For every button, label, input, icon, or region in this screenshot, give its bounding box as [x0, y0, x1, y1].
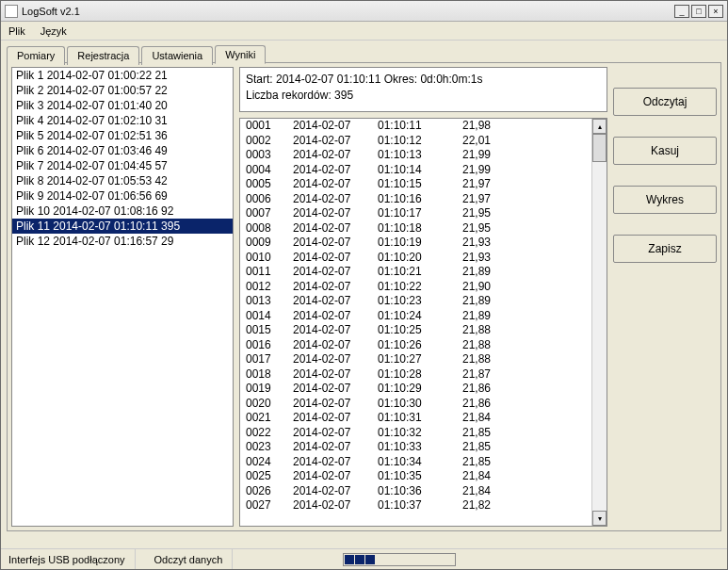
data-body[interactable]: 00012014-02-0701:10:1121,9800022014-02-0…: [240, 119, 591, 526]
tab-pomiary[interactable]: Pomiary: [7, 46, 65, 65]
file-list-item[interactable]: Plik 3 2014-02-07 01:01:40 20: [12, 98, 233, 113]
data-row[interactable]: 00172014-02-0701:10:2721,88: [240, 352, 591, 367]
data-row[interactable]: 00112014-02-0701:10:2121,89: [240, 265, 591, 280]
save-button[interactable]: Zapisz: [613, 235, 717, 263]
chart-button[interactable]: Wykres: [613, 186, 717, 214]
tab-ustawienia[interactable]: Ustawienia: [141, 46, 213, 65]
menu-jezyk[interactable]: Język: [40, 25, 67, 37]
window-title: LogSoft v2.1: [22, 6, 674, 17]
file-list-item[interactable]: Plik 1 2014-02-07 01:00:22 21: [12, 68, 233, 83]
file-list-item[interactable]: Plik 6 2014-02-07 01:03:46 49: [12, 143, 233, 158]
data-row[interactable]: 00142014-02-0701:10:2421,89: [240, 309, 591, 324]
status-usb: Interfejs USB podłączony: [8, 549, 136, 569]
file-list-item[interactable]: Plik 12 2014-02-07 01:16:57 29: [12, 234, 233, 249]
window-controls: _ □ ×: [674, 5, 723, 18]
file-list-item[interactable]: Plik 5 2014-02-07 01:02:51 36: [12, 128, 233, 143]
data-table: 00012014-02-0701:10:1121,9800022014-02-0…: [239, 118, 607, 527]
file-list-item[interactable]: Plik 2 2014-02-07 01:00:57 22: [12, 83, 233, 98]
file-list-item[interactable]: Plik 7 2014-02-07 01:04:45 57: [12, 158, 233, 173]
data-row[interactable]: 00272014-02-0701:10:3721,82: [240, 498, 591, 513]
summary-line-2: Liczba rekordów: 395: [246, 88, 601, 104]
data-row[interactable]: 00082014-02-0701:10:1821,95: [240, 221, 591, 236]
data-row[interactable]: 00182014-02-0701:10:2821,87: [240, 367, 591, 383]
data-row[interactable]: 00102014-02-0701:10:2021,93: [240, 251, 591, 266]
minimize-button[interactable]: _: [674, 5, 689, 18]
data-row[interactable]: 00202014-02-0701:10:3021,86: [240, 397, 591, 412]
file-list-item[interactable]: Plik 10 2014-02-07 01:08:16 92: [12, 204, 233, 219]
data-row[interactable]: 00242014-02-0701:10:3421,85: [240, 455, 591, 470]
data-row[interactable]: 00152014-02-0701:10:2521,88: [240, 323, 591, 338]
data-row[interactable]: 00072014-02-0701:10:1721,95: [240, 206, 591, 221]
button-column: Odczytaj Kasuj Wykres Zapisz: [613, 67, 717, 527]
data-row[interactable]: 00122014-02-0701:10:2221,90: [240, 280, 591, 295]
close-button[interactable]: ×: [708, 5, 723, 18]
file-list-item[interactable]: Plik 9 2014-02-07 01:06:56 69: [12, 188, 233, 204]
delete-button[interactable]: Kasuj: [613, 137, 717, 165]
data-row[interactable]: 00232014-02-0701:10:3321,85: [240, 440, 591, 455]
vertical-scrollbar[interactable]: ▴ ▾: [591, 119, 607, 526]
data-row[interactable]: 00222014-02-0701:10:3221,85: [240, 426, 591, 441]
data-row[interactable]: 00192014-02-0701:10:2921,86: [240, 382, 591, 397]
data-column: Start: 2014-02-07 01:10:11 Okres: 0d:0h:…: [239, 67, 607, 527]
tab-wyniki[interactable]: Wyniki: [215, 45, 266, 64]
data-row[interactable]: 00022014-02-0701:10:1222,01: [240, 134, 591, 149]
file-list-item[interactable]: Plik 11 2014-02-07 01:10:11 395: [12, 219, 233, 234]
file-list-item[interactable]: Plik 8 2014-02-07 01:05:53 42: [12, 173, 233, 188]
menubar: Plik Język: [1, 22, 727, 41]
progress-block: [345, 555, 354, 564]
data-row[interactable]: 00012014-02-0701:10:1121,98: [240, 119, 591, 134]
data-row[interactable]: 00052014-02-0701:10:1521,97: [240, 177, 591, 192]
content-area: Pomiary Rejestracja Ustawienia Wyniki Pl…: [1, 41, 727, 548]
data-row[interactable]: 00042014-02-0701:10:1421,99: [240, 163, 591, 178]
maximize-button[interactable]: □: [691, 5, 706, 18]
titlebar: LogSoft v2.1 _ □ ×: [1, 1, 727, 22]
scroll-down-button[interactable]: ▾: [592, 511, 607, 526]
tab-rejestracja[interactable]: Rejestracja: [67, 46, 139, 65]
data-row[interactable]: 00262014-02-0701:10:3621,84: [240, 484, 591, 499]
tab-panel-wyniki: Plik 1 2014-02-07 01:00:22 21Plik 2 2014…: [7, 62, 721, 531]
progress-bar: [343, 553, 456, 566]
app-window: LogSoft v2.1 _ □ × Plik Język Pomiary Re…: [0, 0, 728, 570]
progress-block: [355, 555, 364, 564]
data-row[interactable]: 00092014-02-0701:10:1921,93: [240, 236, 591, 251]
menu-plik[interactable]: Plik: [8, 25, 25, 37]
file-list-item[interactable]: Plik 4 2014-02-07 01:02:10 31: [12, 113, 233, 128]
data-row[interactable]: 00032014-02-0701:10:1321,99: [240, 148, 591, 163]
data-row[interactable]: 00212014-02-0701:10:3121,84: [240, 411, 591, 426]
scroll-up-button[interactable]: ▴: [592, 119, 607, 134]
statusbar: Interfejs USB podłączony Odczyt danych: [1, 548, 727, 569]
data-row[interactable]: 00132014-02-0701:10:2321,89: [240, 294, 591, 309]
tab-bar: Pomiary Rejestracja Ustawienia Wyniki: [7, 44, 721, 63]
file-list[interactable]: Plik 1 2014-02-07 01:00:22 21Plik 2 2014…: [11, 67, 234, 527]
data-row[interactable]: 00062014-02-0701:10:1621,97: [240, 192, 591, 207]
data-row[interactable]: 00162014-02-0701:10:2621,88: [240, 338, 591, 353]
app-icon: [5, 5, 18, 18]
progress-block: [365, 555, 375, 564]
summary-panel: Start: 2014-02-07 01:10:11 Okres: 0d:0h:…: [239, 67, 607, 112]
data-row[interactable]: 00252014-02-0701:10:3521,84: [240, 469, 591, 484]
status-activity: Odczyt danych: [154, 549, 234, 569]
scroll-thumb[interactable]: [592, 134, 607, 162]
summary-line-1: Start: 2014-02-07 01:10:11 Okres: 0d:0h:…: [246, 72, 601, 88]
read-button[interactable]: Odczytaj: [613, 88, 717, 116]
